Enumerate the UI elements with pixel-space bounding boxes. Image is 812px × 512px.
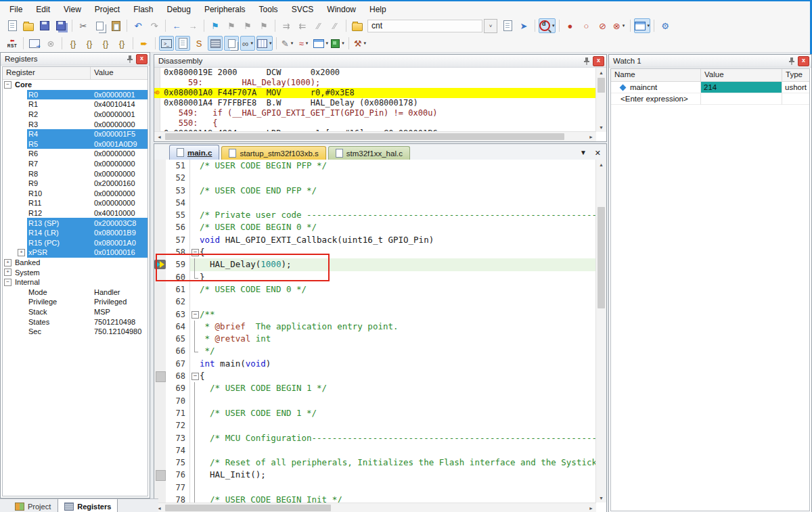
register-row-banked[interactable]: +Banked — [3, 258, 148, 268]
register-row-privilege[interactable]: PrivilegePrivileged — [3, 297, 148, 307]
pin-icon[interactable] — [125, 55, 135, 64]
new-file-icon[interactable] — [5, 18, 20, 33]
breakpoint-gutter[interactable] — [154, 185, 166, 197]
tab-main-c[interactable]: main.c — [169, 145, 219, 160]
step-over-icon[interactable]: {} — [82, 36, 97, 51]
close-document-icon[interactable]: ✕ — [595, 149, 601, 158]
tab-stm32f1xx-hal-c[interactable]: stm32f1xx_hal.c — [328, 146, 410, 160]
redo-icon[interactable]: ↷ — [147, 18, 162, 33]
fold-column[interactable] — [190, 321, 200, 333]
navigate-back-icon[interactable]: ← — [169, 18, 184, 33]
register-row-r13-sp-[interactable]: R13 (SP)0x200003C8 — [3, 218, 148, 228]
watch-value[interactable]: 214 — [701, 82, 782, 93]
register-row-r5[interactable]: R50x0001A0D9 — [3, 139, 148, 149]
breakpoint-gutter[interactable] — [154, 296, 166, 308]
enable-breakpoint-icon[interactable]: ○ — [579, 18, 594, 33]
fold-column[interactable] — [190, 469, 200, 481]
navigate-forward-icon[interactable]: → — [185, 18, 200, 33]
dock-tab-registers[interactable]: Registers — [58, 499, 118, 512]
breakpoint-gutter[interactable] — [154, 271, 166, 283]
show-next-statement-icon[interactable]: ➨ — [137, 36, 152, 51]
memory-window-icon[interactable]: ▾ — [256, 36, 273, 51]
step-out-icon[interactable]: {} — [98, 36, 113, 51]
menu-debug[interactable]: Debug — [160, 2, 198, 17]
register-row-r3[interactable]: R30x00000000 — [3, 119, 148, 129]
prev-bookmark-icon[interactable]: ⚑ — [224, 18, 239, 33]
window-layout-icon-dropdown[interactable]: ▾ — [648, 23, 650, 28]
expand-icon[interactable]: + — [4, 269, 12, 276]
fold-column[interactable] — [190, 457, 200, 469]
watch-window-icon[interactable]: ∞▾ — [240, 36, 255, 51]
fold-column[interactable] — [190, 407, 200, 419]
fold-column[interactable] — [190, 283, 200, 296]
kill-all-breakpoints-icon[interactable]: ⊗▾ — [612, 18, 627, 33]
insert-breakpoint-icon[interactable]: ● — [563, 18, 578, 33]
analysis-window-icon[interactable]: ≈▾ — [296, 36, 311, 51]
fold-column[interactable] — [190, 395, 200, 407]
disassembly-vscrollbar[interactable]: ▲▼ — [595, 68, 606, 132]
register-row-r10[interactable]: R100x00000000 — [3, 189, 148, 199]
register-row-internal[interactable]: −Internal — [3, 277, 148, 287]
serial-window-icon[interactable]: ✎▾ — [280, 36, 295, 51]
run-to-cursor-icon[interactable]: {} — [114, 36, 129, 51]
open-file-icon[interactable] — [21, 18, 36, 33]
breakpoint-gutter[interactable] — [154, 209, 166, 221]
editor-vscrollbar[interactable]: ▲▼ — [595, 160, 606, 503]
next-bookmark-icon[interactable]: ⚑ — [240, 18, 255, 33]
register-row-r6[interactable]: R60x00000000 — [3, 149, 148, 159]
register-row-stack[interactable]: StackMSP — [3, 307, 148, 317]
start-stop-debug-icon-dropdown[interactable]: ▾ — [552, 23, 555, 28]
menu-project[interactable]: Project — [88, 2, 127, 17]
name-column-header[interactable]: Name — [611, 69, 701, 81]
breakpoint-gutter[interactable] — [154, 321, 166, 333]
system-viewer-icon[interactable]: ▾ — [330, 36, 345, 51]
register-row-mode[interactable]: ModeHandler — [3, 287, 148, 297]
comment-icon[interactable]: ∕∕ — [311, 18, 326, 33]
register-row-system[interactable]: +System — [3, 267, 148, 277]
menu-flash[interactable]: Flash — [127, 2, 160, 17]
watch-value[interactable] — [701, 93, 782, 105]
find-next-icon[interactable] — [500, 18, 515, 33]
value-column-header[interactable]: Value — [91, 67, 148, 79]
close-icon[interactable]: x — [136, 54, 148, 64]
breakpoint-gutter[interactable] — [154, 197, 166, 209]
menu-svcs[interactable]: SVCS — [285, 2, 321, 17]
undo-icon[interactable]: ↶ — [131, 18, 145, 33]
breakpoint-gutter[interactable] — [154, 258, 166, 271]
menu-tools[interactable]: Tools — [252, 2, 285, 17]
dock-tab-project[interactable]: Project — [8, 499, 58, 512]
breakpoint-gutter[interactable] — [154, 172, 166, 184]
breakpoint-gutter[interactable] — [154, 221, 166, 233]
breakpoint-gutter[interactable] — [154, 419, 166, 432]
breakpoint-gutter[interactable] — [154, 395, 166, 407]
step-icon[interactable]: {} — [66, 36, 81, 51]
fold-column[interactable]: − — [190, 370, 200, 382]
save-all-icon[interactable] — [53, 18, 68, 33]
code-editor[interactable]: 51/* USER CODE BEGIN PFP */52 53/* USER … — [154, 160, 596, 503]
reset-icon[interactable]: ⬅RST — [5, 36, 20, 51]
system-viewer-icon-dropdown[interactable]: ▾ — [342, 41, 344, 46]
register-row-r9[interactable]: R90x20000160 — [3, 179, 148, 189]
symbol-window-icon[interactable]: S — [191, 36, 206, 51]
watch-row[interactable]: maincnt214ushort — [611, 82, 809, 93]
save-icon[interactable] — [37, 18, 52, 33]
fold-column[interactable] — [190, 432, 200, 444]
register-row-r4[interactable]: R40x000001F5 — [3, 129, 148, 139]
toggle-bookmark-icon[interactable]: ⚑ — [208, 18, 223, 33]
fold-collapse-icon[interactable]: − — [191, 311, 199, 319]
disassembly-hscrollbar[interactable]: ◄► — [154, 131, 596, 141]
breakpoint-gutter[interactable] — [154, 234, 166, 246]
breakpoint-gutter[interactable] — [154, 333, 166, 345]
fold-column[interactable] — [190, 482, 200, 494]
close-icon[interactable]: x — [593, 56, 604, 66]
menu-file[interactable]: File — [3, 2, 29, 17]
fold-collapse-icon[interactable]: − — [191, 373, 199, 380]
menu-edit[interactable]: Edit — [29, 2, 57, 17]
fold-column[interactable] — [190, 209, 200, 221]
breakpoint-gutter[interactable] — [154, 432, 166, 444]
register-row-r2[interactable]: R20x00000001 — [3, 110, 148, 120]
register-column-header[interactable]: Register — [3, 67, 91, 79]
memory-window-icon-dropdown[interactable]: ▾ — [269, 41, 272, 46]
register-row-sec[interactable]: Sec750.12104980 — [3, 327, 148, 337]
trace-window-icon-dropdown[interactable]: ▾ — [326, 41, 329, 46]
